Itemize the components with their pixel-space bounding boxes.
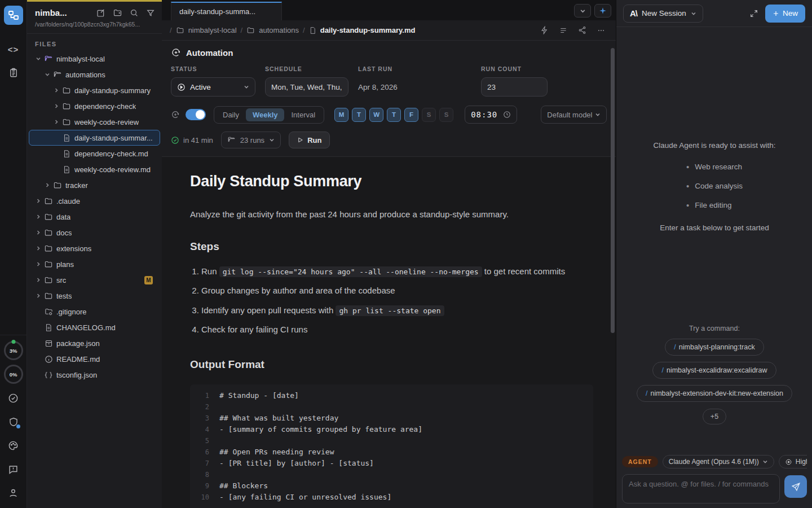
breadcrumb-item[interactable]: / automations bbox=[241, 26, 299, 34]
schedule-enabled-toggle[interactable] bbox=[186, 109, 206, 120]
frequency-segmented-control: Daily Weekly Interval bbox=[214, 106, 324, 124]
feedback-icon[interactable] bbox=[0, 457, 27, 481]
zap-icon[interactable] bbox=[540, 26, 549, 34]
anthropic-logo: A\ bbox=[630, 8, 637, 18]
more-options-icon[interactable] bbox=[597, 27, 606, 34]
breadcrumb-item[interactable]: / nimbalyst-local bbox=[170, 26, 237, 34]
share-icon[interactable] bbox=[578, 26, 586, 34]
chevron-icon bbox=[34, 246, 43, 251]
tree-row[interactable]: daily-standup-summar... bbox=[29, 130, 160, 146]
tree-row[interactable]: README.md bbox=[29, 351, 160, 367]
clipboard-icon[interactable] bbox=[0, 61, 27, 85]
palette-icon[interactable] bbox=[0, 433, 27, 457]
new-session-button[interactable]: New bbox=[765, 5, 805, 23]
step-item: Identify any open pull requests with gh … bbox=[201, 303, 616, 318]
agent-mode-badge[interactable]: AGENT bbox=[622, 456, 658, 467]
play-circle-icon bbox=[177, 83, 186, 91]
tree-row[interactable]: extensions bbox=[29, 240, 160, 256]
more-commands-button[interactable]: +5 bbox=[703, 409, 726, 424]
model-select[interactable]: Default model bbox=[541, 106, 607, 124]
file-type-icon bbox=[43, 260, 54, 269]
search-icon[interactable] bbox=[130, 8, 139, 17]
tree-row[interactable]: tests bbox=[29, 288, 160, 304]
file-name: package.json bbox=[56, 339, 100, 348]
frequency-option[interactable]: Weekly bbox=[246, 108, 285, 121]
effort-value: High bbox=[796, 458, 807, 466]
runs-dropdown[interactable]: 23 runs bbox=[221, 132, 281, 148]
breadcrumb-bar: / nimbalyst-local / a bbox=[162, 20, 616, 41]
tree-row[interactable]: tsconfig.json bbox=[29, 367, 160, 383]
expand-panel-icon[interactable] bbox=[747, 7, 761, 20]
tree-row[interactable]: automations bbox=[29, 67, 160, 82]
tab-daily-standup-summary[interactable]: daily-standup-summa... bbox=[171, 2, 282, 20]
tree-row[interactable]: nimbalyst-local bbox=[29, 51, 160, 67]
vertical-scrollbar[interactable] bbox=[611, 48, 615, 333]
workspace-path: /var/folders/nq/100p8zcn3xg7h7kgk65... bbox=[27, 19, 162, 33]
weekday-button[interactable]: S bbox=[439, 108, 453, 122]
effort-selector-dropdown[interactable]: High bbox=[779, 455, 807, 468]
capabilities-list: •Web research •Code analysis •File editi… bbox=[686, 162, 743, 220]
weekday-button[interactable]: T bbox=[352, 108, 366, 122]
new-ai-tab-button[interactable] bbox=[594, 4, 611, 17]
tree-row[interactable]: src M bbox=[29, 272, 160, 288]
new-folder-icon[interactable] bbox=[113, 8, 122, 17]
frequency-option[interactable]: Daily bbox=[216, 108, 246, 121]
usage-percent-1: 3% bbox=[10, 348, 17, 354]
command-pill[interactable]: /nimbalyst-excalidraw:excalidraw bbox=[652, 362, 776, 379]
tree-row[interactable]: tracker bbox=[29, 177, 160, 193]
weekday-button[interactable]: S bbox=[422, 108, 436, 122]
status-select[interactable]: Active bbox=[171, 77, 255, 97]
tree-row[interactable]: weekly-code-review bbox=[29, 114, 160, 130]
code-view-icon[interactable]: <> bbox=[0, 37, 27, 61]
tab-list-dropdown[interactable] bbox=[574, 4, 591, 17]
schedule-input[interactable] bbox=[265, 77, 348, 97]
agent-welcome: Claude Agent is ready to assist with: •W… bbox=[616, 141, 812, 232]
chevron-icon bbox=[34, 230, 43, 235]
file-name: daily-standup-summary bbox=[74, 86, 151, 95]
tree-row[interactable]: data bbox=[29, 209, 160, 225]
shield-icon[interactable] bbox=[0, 410, 27, 433]
edit-icon[interactable] bbox=[96, 8, 105, 17]
time-value: 08:30 bbox=[471, 110, 497, 119]
model-selector-dropdown[interactable]: Claude Agent (Opus 4.6 (1M)) bbox=[663, 455, 774, 468]
session-selector[interactable]: A\ New Session bbox=[623, 5, 703, 23]
tree-row[interactable]: docs bbox=[29, 225, 160, 240]
user-icon[interactable] bbox=[0, 481, 27, 505]
tree-row[interactable]: plans bbox=[29, 256, 160, 272]
send-button[interactable] bbox=[784, 475, 807, 498]
usage-ring-2[interactable]: 0% bbox=[4, 365, 23, 384]
tree-row[interactable]: .claude bbox=[29, 193, 160, 209]
tree-row[interactable]: dependency-check bbox=[29, 98, 160, 114]
activity-rail: <> 3% 0% bbox=[0, 0, 27, 508]
run-button[interactable]: Run bbox=[289, 132, 330, 148]
next-run-text: in 41 min bbox=[183, 136, 213, 144]
agent-question-input[interactable] bbox=[622, 474, 780, 503]
file-type-icon bbox=[43, 355, 54, 364]
weekday-button[interactable]: F bbox=[404, 108, 418, 122]
command-pill[interactable]: /nimbalyst-extension-dev-kit:new-extensi… bbox=[637, 385, 792, 402]
weekday-button[interactable]: M bbox=[334, 108, 348, 122]
weekday-button[interactable]: W bbox=[369, 108, 383, 122]
weekday-button[interactable]: T bbox=[387, 108, 401, 122]
check-circle-icon[interactable] bbox=[0, 386, 27, 410]
usage-ring-1[interactable]: 3% bbox=[4, 341, 23, 360]
tree-row[interactable]: weekly-code-review.md bbox=[29, 161, 160, 177]
frequency-option[interactable]: Interval bbox=[284, 108, 322, 121]
outline-menu-icon[interactable] bbox=[559, 27, 568, 34]
file-type-icon bbox=[43, 213, 54, 221]
tree-row[interactable]: .gitignore bbox=[29, 304, 160, 319]
step-item: Group changes by author and area of the … bbox=[201, 283, 616, 298]
file-name: tracker bbox=[65, 181, 88, 190]
command-pill[interactable]: /nimbalyst-planning:track bbox=[665, 339, 764, 356]
tree-row[interactable]: package.json bbox=[29, 335, 160, 351]
run-count-input[interactable] bbox=[481, 77, 548, 97]
filter-icon[interactable] bbox=[146, 8, 155, 17]
slash-icon: / bbox=[646, 389, 647, 397]
tree-row[interactable]: daily-standup-summary bbox=[29, 82, 160, 98]
app-logo[interactable] bbox=[4, 6, 23, 25]
tree-row[interactable]: dependency-check.md bbox=[29, 146, 160, 161]
time-picker[interactable]: 08:30 bbox=[465, 106, 517, 124]
markdown-document[interactable]: Daily Standup Summary Analyze the git ac… bbox=[162, 157, 616, 508]
tree-row[interactable]: CHANGELOG.md bbox=[29, 319, 160, 335]
breadcrumb-item[interactable]: / daily-standup-summary.md bbox=[303, 26, 415, 34]
